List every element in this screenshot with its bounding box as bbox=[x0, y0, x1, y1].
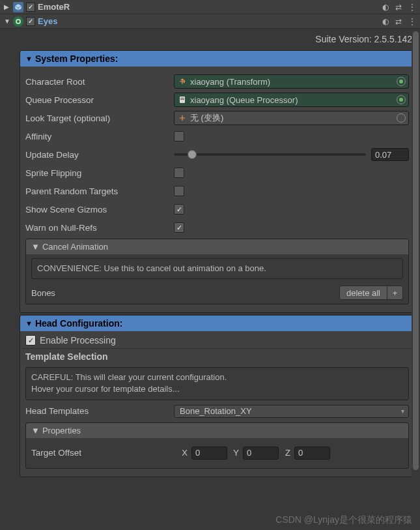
add-button[interactable]: + bbox=[387, 286, 403, 300]
preset-icon[interactable]: ⇄ bbox=[395, 3, 402, 12]
svg-rect-4 bbox=[180, 99, 184, 100]
affinity-label: Affinity bbox=[25, 132, 169, 141]
delete-all-button[interactable]: delete all bbox=[339, 286, 387, 300]
head-configuration-section: ▼ Head Configuration: ✓ Enable Processin… bbox=[20, 315, 415, 477]
component-header-emoter[interactable]: ▶ ✓ EmoteR ◐ ⇄ ⋮ bbox=[0, 0, 420, 14]
foldout-icon[interactable]: ▼ bbox=[4, 18, 10, 25]
sub-section-header[interactable]: ▼ Cancel Animation bbox=[26, 239, 408, 254]
scrollbar[interactable] bbox=[412, 31, 420, 530]
enable-checkbox[interactable]: ✓ bbox=[26, 3, 35, 12]
y-label: Y bbox=[231, 448, 239, 458]
warn-null-refs-checkbox[interactable]: ✓ bbox=[174, 222, 184, 233]
head-templates-label: Head Templates bbox=[25, 406, 169, 416]
template-selection-title: Template Selection bbox=[23, 348, 412, 367]
sub-section-header[interactable]: ▼ Properties bbox=[26, 423, 408, 438]
bones-label: Bones bbox=[31, 288, 55, 298]
cancel-animation-hint: CONVENIENCE: Use this to cancel out anim… bbox=[31, 258, 403, 279]
enable-processing-checkbox[interactable]: ✓ bbox=[25, 335, 36, 346]
show-scene-gizmos-label: Show Scene Gizmos bbox=[25, 205, 169, 214]
section-header[interactable]: ▼ System Properties: bbox=[20, 51, 414, 66]
queue-processor-field[interactable]: xiaoyang (Queue Processor) bbox=[174, 93, 409, 107]
properties-section: ▼ Properties Target Offset X 0 Y 0 bbox=[25, 422, 409, 469]
sprite-flipping-checkbox[interactable] bbox=[174, 168, 184, 178]
system-properties-section: ▼ System Properties: Character Root xiao… bbox=[20, 50, 415, 313]
menu-icon[interactable]: ⋮ bbox=[408, 17, 416, 26]
update-delay-label: Update Delay bbox=[25, 150, 169, 160]
component-icon bbox=[13, 16, 23, 27]
scrollbar-thumb[interactable] bbox=[413, 31, 419, 470]
look-target-label: Look Target (optional) bbox=[25, 113, 169, 123]
z-label: Z bbox=[283, 448, 290, 458]
chevron-down-icon: ▼ bbox=[25, 55, 33, 63]
x-label: X bbox=[180, 448, 188, 458]
queue-processor-label: Queue Processor bbox=[25, 95, 169, 105]
character-root-label: Character Root bbox=[25, 77, 169, 87]
transform-icon bbox=[178, 78, 186, 85]
svg-rect-3 bbox=[180, 98, 184, 98]
parent-random-targets-checkbox[interactable] bbox=[174, 186, 184, 196]
template-warning: CAREFUL: This will clear your current co… bbox=[25, 367, 409, 400]
menu-icon[interactable]: ⋮ bbox=[408, 3, 416, 12]
transform-icon bbox=[178, 114, 186, 122]
help-icon[interactable]: ◐ bbox=[382, 17, 389, 26]
enable-checkbox[interactable]: ✓ bbox=[26, 17, 35, 26]
look-target-field[interactable]: 无 (变换) bbox=[174, 111, 409, 125]
enable-processing-label: Enable Processing bbox=[40, 335, 116, 346]
head-templates-dropdown[interactable]: Bone_Rotation_XY bbox=[174, 405, 409, 418]
help-icon[interactable]: ◐ bbox=[382, 3, 389, 12]
preset-icon[interactable]: ⇄ bbox=[395, 17, 402, 26]
parent-random-targets-label: Parent Random Targets bbox=[25, 186, 169, 196]
slider-thumb[interactable] bbox=[188, 150, 197, 159]
component-title: EmoteR bbox=[38, 2, 380, 12]
suite-version-label: Suite Version: 2.5.5.142 bbox=[17, 29, 417, 48]
target-offset-z[interactable]: 0 bbox=[294, 447, 330, 460]
section-header[interactable]: ▼ Head Configuration: bbox=[20, 316, 414, 331]
target-offset-y[interactable]: 0 bbox=[243, 447, 279, 460]
affinity-checkbox[interactable] bbox=[174, 131, 184, 141]
target-offset-x[interactable]: 0 bbox=[191, 447, 227, 460]
svg-point-1 bbox=[17, 20, 20, 23]
object-picker-icon[interactable] bbox=[397, 113, 406, 123]
cancel-animation-section: ▼ Cancel Animation CONVENIENCE: Use this… bbox=[25, 239, 409, 304]
update-delay-input[interactable]: 0.07 bbox=[371, 148, 409, 161]
foldout-icon[interactable]: ▶ bbox=[4, 3, 10, 10]
sprite-flipping-label: Sprite Flipping bbox=[25, 168, 169, 178]
chevron-down-icon: ▼ bbox=[31, 426, 40, 435]
chevron-down-icon: ▼ bbox=[25, 319, 33, 327]
object-picker-icon[interactable] bbox=[397, 77, 406, 86]
update-delay-slider[interactable] bbox=[174, 153, 366, 156]
script-icon bbox=[178, 96, 186, 104]
component-title: Eyes bbox=[38, 16, 380, 26]
chevron-down-icon: ▼ bbox=[31, 242, 40, 252]
show-scene-gizmos-checkbox[interactable]: ✓ bbox=[174, 204, 184, 214]
warn-null-refs-label: Warn on Null-Refs bbox=[25, 223, 169, 233]
character-root-field[interactable]: xiaoyang (Transform) bbox=[174, 74, 409, 89]
target-offset-label: Target Offset bbox=[31, 448, 175, 458]
object-picker-icon[interactable] bbox=[397, 95, 406, 104]
component-header-eyes[interactable]: ▼ ✓ Eyes ◐ ⇄ ⋮ bbox=[0, 14, 420, 29]
component-icon bbox=[13, 2, 23, 12]
